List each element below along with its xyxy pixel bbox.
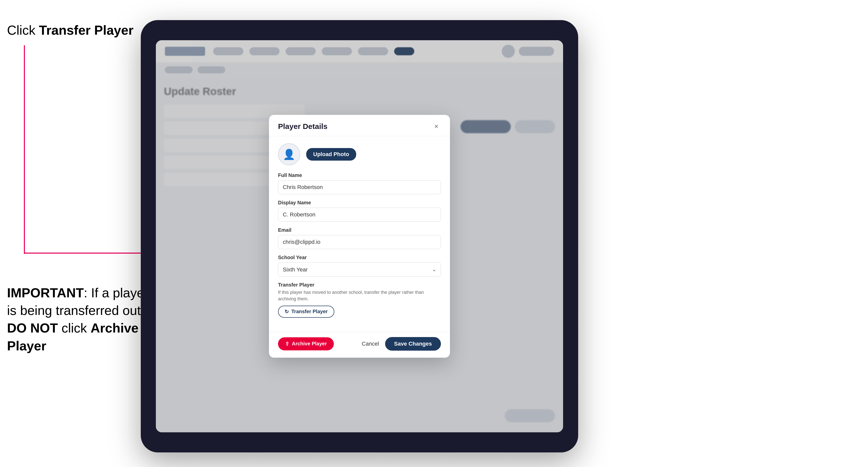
school-year-label: School Year <box>278 255 441 260</box>
transfer-player-button-label: Transfer Player <box>291 309 328 314</box>
modal-title: Player Details <box>278 122 328 131</box>
school-year-select[interactable]: First Year Second Year Third Year Fourth… <box>278 262 441 277</box>
important-label: IMPORTANT <box>7 285 84 300</box>
footer-right-actions: Cancel Save Changes <box>362 337 441 351</box>
transfer-player-section: Transfer Player If this player has moved… <box>278 282 441 317</box>
instruction-top: Click Transfer Player <box>7 23 133 38</box>
display-name-label: Display Name <box>278 200 441 206</box>
modal-header: Player Details × <box>269 115 450 136</box>
email-input[interactable] <box>278 235 441 249</box>
player-details-modal: Player Details × 👤 Upload Photo Full Nam <box>269 115 450 357</box>
archive-player-button[interactable]: ⇧ Archive Player <box>278 337 334 350</box>
email-group: Email <box>278 227 441 249</box>
email-label: Email <box>278 227 441 233</box>
instruction-bottom: IMPORTANT: If a player is being transfer… <box>7 284 153 355</box>
full-name-group: Full Name <box>278 173 441 194</box>
arrow-vertical <box>24 45 25 254</box>
cancel-button[interactable]: Cancel <box>362 341 379 347</box>
archive-icon: ⇧ <box>285 341 289 347</box>
modal-close-button[interactable]: × <box>432 122 441 131</box>
full-name-input[interactable] <box>278 180 441 194</box>
tablet-device: Update Roster Player Details × <box>141 20 578 453</box>
transfer-player-description: If this player has moved to another scho… <box>278 289 441 302</box>
modal-overlay: Player Details × 👤 Upload Photo Full Nam <box>156 40 563 432</box>
modal-body: 👤 Upload Photo Full Name Display Name <box>269 136 450 332</box>
avatar-circle: 👤 <box>278 143 300 165</box>
archive-player-button-label: Archive Player <box>292 341 327 347</box>
do-not-label: DO NOT <box>7 321 58 335</box>
display-name-input[interactable] <box>278 208 441 222</box>
save-changes-button[interactable]: Save Changes <box>385 337 441 351</box>
school-year-group: School Year First Year Second Year Third… <box>278 255 441 277</box>
display-name-group: Display Name <box>278 200 441 222</box>
transfer-player-button[interactable]: ↻ Transfer Player <box>278 306 334 318</box>
avatar-section: 👤 Upload Photo <box>278 143 441 165</box>
transfer-icon: ↻ <box>284 309 289 315</box>
modal-footer: ⇧ Archive Player Cancel Save Changes <box>269 332 450 358</box>
person-icon: 👤 <box>283 149 296 160</box>
school-year-select-wrapper: First Year Second Year Third Year Fourth… <box>278 262 441 277</box>
instruction-bold: Transfer Player <box>39 23 133 37</box>
transfer-player-label: Transfer Player <box>278 282 441 288</box>
upload-photo-button[interactable]: Upload Photo <box>306 148 356 161</box>
tablet-screen: Update Roster Player Details × <box>156 40 563 432</box>
full-name-label: Full Name <box>278 173 441 178</box>
